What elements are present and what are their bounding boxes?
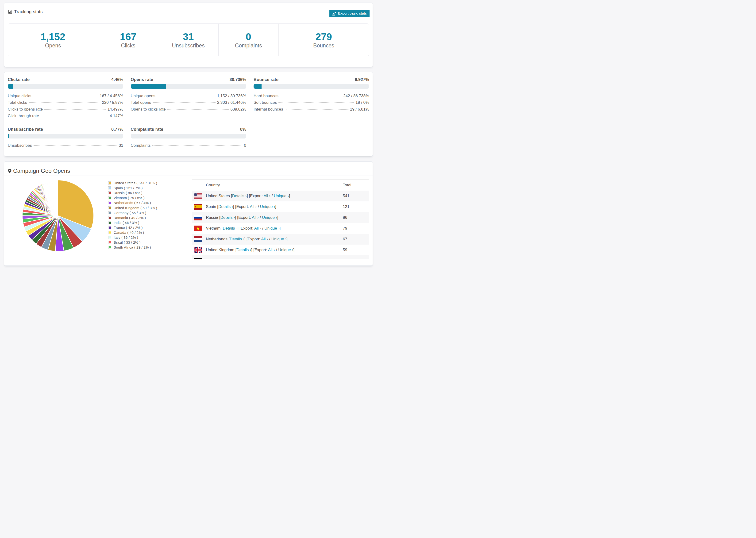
total-cell: 67 bbox=[343, 237, 347, 241]
dotted-leader bbox=[167, 109, 229, 110]
legend-item: Vietnam ( 79 / 5% ) bbox=[108, 195, 157, 200]
stat-label: Bounces bbox=[313, 43, 334, 48]
rate-value: 30.736% bbox=[229, 77, 246, 82]
legend-swatch bbox=[108, 196, 111, 199]
legend-swatch bbox=[108, 182, 111, 185]
stat-label: Opens bbox=[45, 43, 61, 48]
details-link[interactable]: Details › bbox=[230, 237, 244, 241]
rate-row: Unsubscribes 31 bbox=[8, 143, 123, 150]
rate-value: 0% bbox=[240, 127, 246, 132]
geo-table-row-es: Spain [Details ›] [Export: All › / Uniqu… bbox=[192, 201, 369, 212]
export-basic-stats-button[interactable]: Export basic stats bbox=[329, 10, 369, 17]
geo-pie-chart bbox=[22, 179, 94, 252]
rate-row: Unique clicks 167 / 4.456% bbox=[8, 94, 123, 100]
legend-swatch bbox=[108, 216, 111, 219]
dotted-leader bbox=[280, 96, 342, 96]
export-all-link[interactable]: All › bbox=[268, 248, 275, 252]
summary-stat-clicks: 167Clicks bbox=[98, 24, 158, 56]
stat-value: 279 bbox=[315, 32, 332, 42]
export-unique-link[interactable]: Unique › bbox=[278, 248, 293, 252]
rate-title: Unsubscribe rate bbox=[8, 127, 43, 132]
flag-cell bbox=[192, 255, 206, 259]
export-all-link[interactable]: All › bbox=[256, 258, 263, 259]
rate-row: Soft bounces 18 / 0% bbox=[253, 100, 369, 107]
rate-progress-fill bbox=[8, 84, 13, 89]
rate-row: Total opens 2,303 / 61.446% bbox=[131, 100, 246, 107]
rate-row-label: Unsubscribes bbox=[8, 143, 32, 148]
legend-label: Vietnam ( 79 / 5% ) bbox=[114, 196, 145, 200]
legend-swatch bbox=[108, 201, 111, 204]
geo-pie-area: United States ( 541 / 31% )Spain ( 121 /… bbox=[8, 176, 192, 265]
flag-gb-icon bbox=[194, 247, 202, 253]
legend-label: Russia ( 86 / 5% ) bbox=[114, 191, 142, 195]
flag-ru-icon bbox=[194, 215, 202, 220]
rate-row-label: Unique clicks bbox=[8, 94, 31, 98]
stat-label: Complaints bbox=[235, 43, 262, 48]
geo-table-wrap[interactable]: Country Total United States [Details ›] … bbox=[192, 179, 369, 259]
legend-swatch bbox=[108, 206, 111, 209]
export-unique-link[interactable]: Unique › bbox=[262, 215, 277, 220]
rate-row-value: 31 bbox=[119, 143, 123, 148]
export-all-link[interactable]: All › bbox=[264, 194, 270, 198]
legend-label: Romania ( 49 / 3% ) bbox=[114, 216, 146, 220]
export-unique-link[interactable]: Unique › bbox=[274, 194, 289, 198]
rate-value: 6.927% bbox=[355, 77, 369, 82]
legend-swatch bbox=[108, 231, 111, 234]
rate-row: Click through rate 4.147% bbox=[8, 114, 123, 120]
country-cell: Spain [Details ›] [Export: All › / Uniqu… bbox=[206, 204, 276, 209]
geo-table: Country Total United States [Details ›] … bbox=[192, 180, 369, 259]
legend-item: United States ( 541 / 31% ) bbox=[108, 181, 157, 186]
export-all-link[interactable]: All › bbox=[252, 215, 259, 220]
rate-title: Clicks rate bbox=[8, 77, 29, 82]
total-cell: 86 bbox=[343, 215, 347, 220]
dotted-leader bbox=[41, 116, 108, 116]
rate-progress-track bbox=[8, 134, 123, 138]
geo-table-row-gb: United Kingdom [Details ›] [Export: All … bbox=[192, 244, 369, 255]
dotted-leader bbox=[279, 102, 354, 103]
legend-item: Russia ( 86 / 5% ) bbox=[108, 190, 157, 195]
export-all-link[interactable]: All › bbox=[261, 237, 268, 241]
legend-swatch bbox=[108, 187, 111, 189]
summary-stat-complaints: 0Complaints bbox=[219, 24, 279, 56]
summary-stat-opens: 1,152Opens bbox=[8, 24, 98, 56]
rate-row: Opens to clicks rate 689.82% bbox=[131, 107, 246, 114]
legend-item: Netherlands ( 67 / 4% ) bbox=[108, 200, 157, 205]
country-cell: United Kingdom [Details ›] [Export: All … bbox=[206, 248, 295, 252]
rate-row-label: Hard bounces bbox=[253, 94, 279, 98]
details-link[interactable]: Details › bbox=[218, 204, 233, 209]
export-all-link[interactable]: All › bbox=[250, 204, 257, 209]
details-link[interactable]: Details › bbox=[223, 226, 237, 231]
export-unique-link[interactable]: Unique › bbox=[266, 258, 281, 259]
rate-value: 4.46% bbox=[111, 77, 123, 82]
legend-item: Germany ( 55 / 3% ) bbox=[108, 210, 157, 215]
legend-label: United States ( 541 / 31% ) bbox=[114, 181, 157, 185]
legend-item: Brazil ( 33 / 2% ) bbox=[108, 240, 157, 245]
export-unique-link[interactable]: Unique › bbox=[264, 226, 279, 231]
legend-item: Canada ( 40 / 2% ) bbox=[108, 230, 157, 235]
export-icon bbox=[332, 12, 336, 16]
legend-label: United Kingdom ( 59 / 3% ) bbox=[114, 206, 157, 210]
total-cell: 121 bbox=[343, 204, 350, 209]
geo-table-row-vn: Vietnam [Details ›] [Export: All › / Uni… bbox=[192, 223, 369, 234]
details-link[interactable]: Details › bbox=[225, 258, 239, 259]
rates-card: Clicks rate 4.46% Unique clicks 167 / 4.… bbox=[4, 72, 373, 156]
details-link[interactable]: Details › bbox=[220, 215, 235, 220]
total-cell: 541 bbox=[343, 194, 350, 198]
export-unique-link[interactable]: Unique › bbox=[271, 237, 287, 241]
rate-block-clicks-rate: Clicks rate 4.46% Unique clicks 167 / 4.… bbox=[8, 77, 123, 120]
dotted-leader bbox=[152, 145, 242, 146]
rate-block-unsubscribe-rate: Unsubscribe rate 0.77% Unsubscribes 31 bbox=[8, 127, 123, 150]
details-link[interactable]: Details › bbox=[237, 248, 251, 252]
export-unique-link[interactable]: Unique › bbox=[260, 204, 275, 209]
legend-item: Italy ( 36 / 2% ) bbox=[108, 235, 157, 240]
legend-swatch bbox=[108, 246, 111, 249]
legend-swatch bbox=[108, 191, 111, 194]
stat-value: 0 bbox=[245, 32, 251, 42]
export-all-link[interactable]: All › bbox=[254, 226, 261, 231]
rate-row-value: 18 / 0% bbox=[355, 100, 369, 105]
rate-title: Complaints rate bbox=[131, 127, 163, 132]
legend-swatch bbox=[108, 211, 111, 214]
legend-label: Spain ( 121 / 7% ) bbox=[114, 186, 143, 190]
details-link[interactable]: Details › bbox=[232, 194, 247, 198]
stat-label: Clicks bbox=[121, 43, 135, 48]
